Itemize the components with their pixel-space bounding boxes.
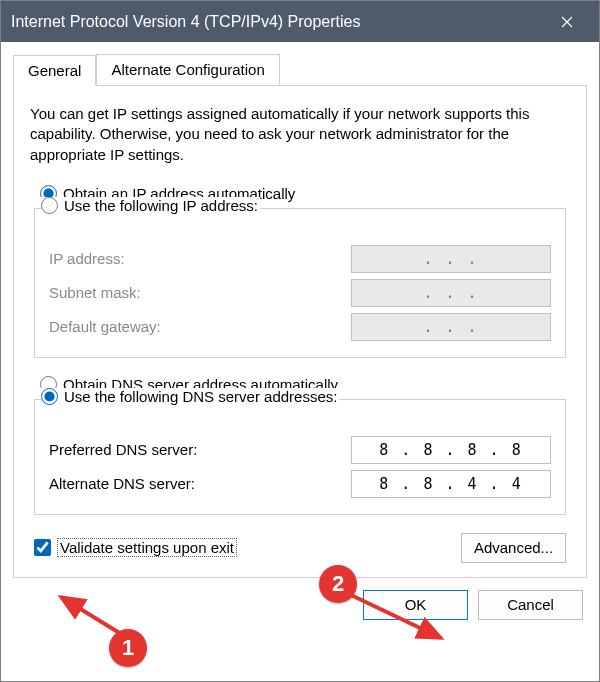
dialog-body: General Alternate Configuration You can …: [1, 42, 599, 681]
radio-dns-manual-input[interactable]: [41, 388, 58, 405]
description-text: You can get IP settings assigned automat…: [30, 104, 570, 165]
checkbox-validate-label: Validate settings upon exit: [57, 538, 237, 557]
row-ip-address: IP address: . . .: [49, 245, 551, 273]
annotation-badge-2: 2: [319, 565, 357, 603]
window-title: Internet Protocol Version 4 (TCP/IPv4) P…: [11, 13, 544, 31]
input-ip-address: . . .: [351, 245, 551, 273]
input-gateway: . . .: [351, 313, 551, 341]
label-subnet: Subnet mask:: [49, 284, 141, 301]
input-alternate-dns[interactable]: 8 . 8 . 4 . 4: [351, 470, 551, 498]
tab-panel-general: You can get IP settings assigned automat…: [13, 85, 587, 578]
label-alternate-dns: Alternate DNS server:: [49, 475, 195, 492]
annotation-badge-1: 1: [109, 629, 147, 667]
label-ip-address: IP address:: [49, 250, 125, 267]
radio-dns-manual-label: Use the following DNS server addresses:: [64, 388, 337, 405]
close-button[interactable]: [544, 1, 589, 42]
group-dns-manual: Use the following DNS server addresses: …: [34, 399, 566, 515]
title-bar: Internet Protocol Version 4 (TCP/IPv4) P…: [1, 1, 599, 42]
group-ip-manual: Use the following IP address: IP address…: [34, 208, 566, 358]
tab-general[interactable]: General: [13, 55, 96, 86]
radio-ip-manual-input[interactable]: [41, 197, 58, 214]
checkbox-validate-input[interactable]: [34, 539, 51, 556]
label-preferred-dns: Preferred DNS server:: [49, 441, 197, 458]
radio-ip-manual-label: Use the following IP address:: [64, 197, 258, 214]
tab-alternate[interactable]: Alternate Configuration: [96, 54, 279, 85]
close-icon: [561, 16, 573, 28]
tab-strip: General Alternate Configuration: [13, 54, 587, 85]
radio-dns-manual[interactable]: Use the following DNS server addresses:: [41, 388, 339, 405]
advanced-button[interactable]: Advanced...: [461, 533, 566, 563]
row-preferred-dns: Preferred DNS server: 8 . 8 . 8 . 8: [49, 436, 551, 464]
checkbox-validate[interactable]: Validate settings upon exit: [34, 538, 237, 557]
row-subnet: Subnet mask: . . .: [49, 279, 551, 307]
bottom-row: Validate settings upon exit Advanced...: [30, 533, 570, 563]
radio-ip-manual[interactable]: Use the following IP address:: [41, 197, 260, 214]
input-preferred-dns[interactable]: 8 . 8 . 8 . 8: [351, 436, 551, 464]
footer-buttons: OK Cancel: [13, 590, 587, 620]
dialog-window: Internet Protocol Version 4 (TCP/IPv4) P…: [0, 0, 600, 682]
ok-button[interactable]: OK: [363, 590, 468, 620]
label-gateway: Default gateway:: [49, 318, 161, 335]
input-subnet: . . .: [351, 279, 551, 307]
row-alternate-dns: Alternate DNS server: 8 . 8 . 4 . 4: [49, 470, 551, 498]
cancel-button[interactable]: Cancel: [478, 590, 583, 620]
row-gateway: Default gateway: . . .: [49, 313, 551, 341]
